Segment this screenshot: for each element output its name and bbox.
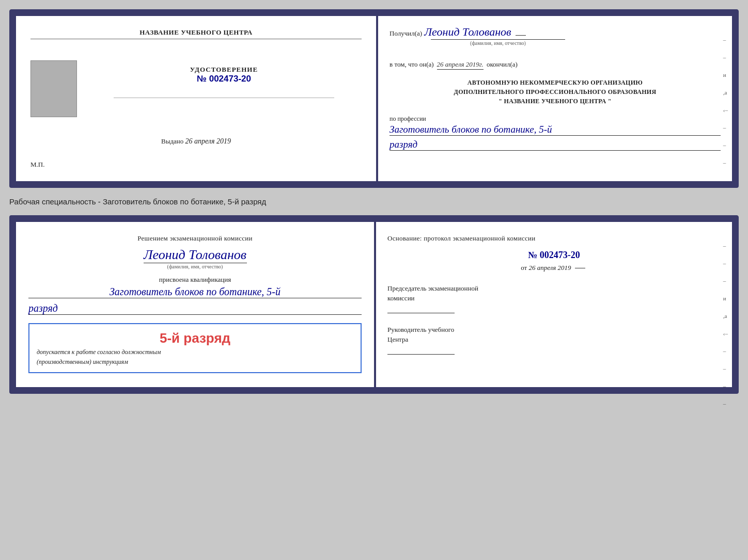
predsedatel-block: Председатель экзаменационной комиссии	[387, 283, 721, 313]
rukovoditel-label: Руководитель учебного Центра	[387, 325, 721, 345]
certificate-number: № 002473-20	[190, 74, 258, 84]
ot-date-value: 26 апреля 2019	[528, 264, 571, 271]
predsedatel-label2: комиссии	[387, 294, 415, 302]
razryad2-handwritten: разряд	[28, 302, 362, 315]
predsedatel-label: Председатель экзаменационной комиссии	[387, 283, 721, 303]
org-quote: " НАЗВАНИЕ УЧЕБНОГО ЦЕНТРА "	[389, 97, 721, 106]
vtom-date: 26 апреля 2019г.	[437, 60, 484, 70]
rukovoditel-signature-line	[387, 354, 455, 355]
specialty-label: Рабочая специальность - Заготовитель бло…	[9, 195, 739, 208]
bottom-cert-left-page: Решением экзаменационной комиссии Леонид…	[16, 222, 376, 387]
mp-label: М.П.	[30, 161, 44, 169]
bottom-fio-label: (фамилия, имя, отчество)	[144, 263, 247, 269]
recipient-name: Леонид Толованов	[424, 25, 511, 39]
dopuskaetsya-label: допускается к	[37, 348, 74, 356]
udostoverenie-title: УДОСТОВЕРЕНИЕ	[190, 66, 258, 74]
qualification-handwritten: Заготовитель блоков по ботанике, 5-й	[28, 286, 362, 298]
stamp-box: 5-й разряд допускается к работе согласно…	[28, 323, 362, 373]
top-cert-left-page: НАЗВАНИЕ УЧЕБНОГО ЦЕНТРА УДОСТОВЕРЕНИЕ №…	[16, 16, 378, 181]
po-professii-label: по профессии	[389, 115, 721, 123]
poluchil-prefix: Получил(а)	[389, 29, 422, 38]
stamp-razryad: 5-й разряд	[37, 330, 353, 346]
rukovoditel-label1: Руководитель учебного	[387, 326, 454, 333]
osnovanie-text: Основание: протокол экзаменационной коми…	[387, 233, 721, 244]
resheniem-block: Решением экзаменационной комиссии	[28, 233, 362, 244]
predsedatel-signature-line	[387, 313, 455, 313]
instruktsiyam-label: (производственным) инструкциям	[37, 358, 353, 366]
bottom-right-dashes: – – – и ,а ‹– – – – –	[723, 243, 728, 407]
prisvoena-label: присвоена квалификация	[28, 276, 362, 284]
right-dashes: – – и ,а ‹– – – –	[723, 37, 728, 166]
photo-placeholder	[30, 60, 77, 117]
profession-handwritten: Заготовитель блоков по ботанике, 5-й	[389, 124, 721, 136]
org-line1: АВТОНОМНУЮ НЕКОММЕРЧЕСКУЮ ОРГАНИЗАЦИЮ	[389, 78, 721, 87]
rabote-label: работе согласно должностным	[76, 348, 161, 356]
rukovoditel-block: Руководитель учебного Центра	[387, 325, 721, 355]
rukovoditel-label2: Центра	[387, 335, 408, 343]
org-line2: ДОПОЛНИТЕЛЬНОГО ПРОФЕССИОНАЛЬНОГО ОБРАЗО…	[389, 87, 721, 97]
predsedatel-label1: Председатель экзаменационной	[387, 284, 478, 292]
top-certificate: НАЗВАНИЕ УЧЕБНОГО ЦЕНТРА УДОСТОВЕРЕНИЕ №…	[9, 9, 739, 188]
bottom-cert-right-page: – – – и ,а ‹– – – – – Основание: протоко…	[376, 222, 732, 387]
bottom-certificate: Решением экзаменационной комиссии Леонид…	[9, 215, 739, 394]
razryad-handwritten: разряд	[389, 139, 721, 151]
dash-after-name	[516, 35, 526, 36]
document-wrapper: НАЗВАНИЕ УЧЕБНОГО ЦЕНТРА УДОСТОВЕРЕНИЕ №…	[9, 9, 739, 394]
stamp-sub: допускается к работе согласно должностны…	[37, 348, 353, 356]
fio-label: (фамилия, имя, отчество)	[431, 39, 565, 46]
poluchil-line: Получил(а) Леонид Толованов	[389, 25, 721, 39]
vydano-line: Выдано 26 апреля 2019	[161, 137, 231, 146]
vydano-prefix: Выдано	[161, 137, 183, 145]
protocol-number: № 002473-20	[387, 250, 721, 261]
ot-dash	[575, 268, 585, 268]
bottom-recipient-name: Леонид Толованов	[28, 247, 362, 263]
top-cert-right-page: – – и ,а ‹– – – – Получил(а) Леонид Толо…	[378, 16, 732, 181]
vtom-prefix: в том, что он(а)	[389, 60, 434, 69]
vydano-date: 26 апреля 2019	[185, 137, 231, 145]
org-block: АВТОНОМНУЮ НЕКОММЕРЧЕСКУЮ ОРГАНИЗАЦИЮ ДО…	[389, 78, 721, 106]
vtom-line: в том, что он(а) 26 апреля 2019г. окончи…	[389, 53, 721, 70]
okonchill-label: окончил(а)	[487, 60, 518, 69]
udostoverenie-block: УДОСТОВЕРЕНИЕ № 002473-20	[190, 66, 258, 84]
school-title: НАЗВАНИЕ УЧЕБНОГО ЦЕНТРА	[30, 28, 362, 39]
ot-prefix: от	[521, 264, 527, 271]
ot-date-line: от 26 апреля 2019	[387, 264, 721, 272]
